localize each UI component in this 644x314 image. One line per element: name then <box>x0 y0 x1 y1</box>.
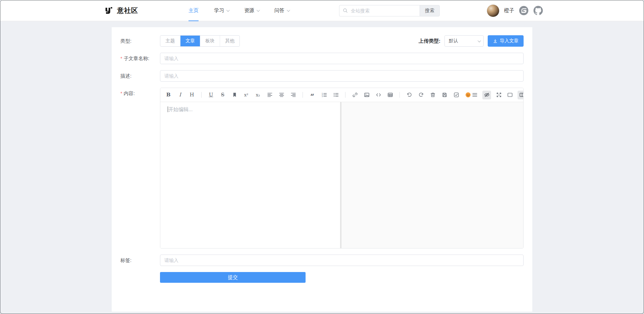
brand-name: 意社区 <box>117 6 138 15</box>
chevron-down-icon <box>287 8 290 12</box>
nav-item-label: 问答 <box>274 7 284 14</box>
chevron-down-icon <box>226 8 230 12</box>
upload-type-selected-value: 默认 <box>449 38 458 44</box>
top-navbar: 意社区 主页学习资源问答 搜索 橙子 <box>0 0 644 21</box>
tags-row: 标签: <box>120 255 524 266</box>
description-label: 描述: <box>120 70 160 82</box>
svg-text:3: 3 <box>322 95 323 97</box>
name-label: 子文章名称: <box>120 53 160 64</box>
code-block-icon[interactable] <box>375 92 382 98</box>
editor-input-pane[interactable]: 开始编辑... <box>160 102 341 248</box>
name-row: 子文章名称: <box>120 53 524 64</box>
search-input[interactable] <box>339 5 420 16</box>
submit-spacer <box>120 272 160 283</box>
subscript-icon[interactable]: x₂ <box>255 92 261 98</box>
italic-icon[interactable]: I <box>177 92 183 98</box>
type-option[interactable]: 文章 <box>180 36 200 46</box>
ordered-list-icon[interactable]: 123 <box>321 92 327 98</box>
avatar[interactable] <box>487 4 499 17</box>
tags-label: 标签: <box>120 255 160 266</box>
fullscreen-icon[interactable] <box>495 92 502 98</box>
toolbar-divider <box>201 92 202 98</box>
text-caret <box>168 106 168 112</box>
strikethrough-icon[interactable]: S <box>219 92 226 98</box>
type-option[interactable]: 其他 <box>220 36 239 46</box>
download-icon <box>493 39 498 44</box>
user-name: 橙子 <box>504 7 514 14</box>
search-button[interactable]: 搜索 <box>420 5 440 16</box>
markdown-editor: BIHUSx²x₂“123 ? 开始编辑... <box>160 88 524 249</box>
tags-input[interactable] <box>160 255 524 266</box>
link-icon[interactable] <box>352 92 358 98</box>
bookmark-icon[interactable] <box>231 92 238 98</box>
undo-icon[interactable] <box>406 92 413 98</box>
import-article-button[interactable]: 导入文章 <box>488 35 524 47</box>
submit-row: 提交 <box>120 272 524 283</box>
nav-item-2[interactable]: 资源 <box>244 0 259 21</box>
search-icon <box>342 8 348 13</box>
unordered-list-icon[interactable] <box>332 92 339 98</box>
toolbar-right-group: ? <box>471 91 524 99</box>
user-area: 橙子 <box>487 4 543 17</box>
table-icon[interactable] <box>387 92 393 98</box>
nav-menu: 主页学习资源问答 <box>189 0 289 21</box>
site-search: 搜索 <box>339 5 440 16</box>
editor-preview-pane[interactable] <box>341 102 523 248</box>
article-name-input[interactable] <box>160 53 524 64</box>
content-row: 内容: BIHUSx²x₂“123 ? 开始编辑... <box>120 88 524 249</box>
upload-group: 上传类型: 默认 导入文章 <box>419 35 524 47</box>
emoji-icon[interactable] <box>465 92 471 98</box>
type-option[interactable]: 主题 <box>160 36 180 46</box>
heading-icon[interactable]: H <box>189 92 195 98</box>
preview-toggle-icon[interactable] <box>482 91 491 99</box>
save-icon[interactable] <box>441 92 448 98</box>
nav-item-1[interactable]: 学习 <box>214 0 229 21</box>
type-radio-group: 主题文章板块其他 <box>160 35 240 47</box>
redo-icon[interactable] <box>418 92 424 98</box>
form-card: 类型: 主题文章板块其他 上传类型: 默认 导入文章 子文章名称: <box>112 27 532 312</box>
editor-body: 开始编辑... <box>160 102 523 248</box>
task-list-icon[interactable] <box>453 92 460 98</box>
nav-item-3[interactable]: 问答 <box>274 0 289 21</box>
description-row: 描述: <box>120 70 524 82</box>
editor-toolbar: BIHUSx²x₂“123 ? <box>160 88 523 102</box>
page: 意社区 主页学习资源问答 搜索 橙子 <box>0 0 644 314</box>
align-center-icon[interactable] <box>278 92 285 98</box>
preview-only-icon[interactable] <box>506 92 513 98</box>
submit-button[interactable]: 提交 <box>160 272 306 283</box>
type-option[interactable]: 板块 <box>200 36 220 46</box>
toolbar-divider <box>345 92 345 98</box>
split-view-icon[interactable] <box>518 91 524 99</box>
content-label: 内容: <box>120 88 160 249</box>
nav-item-label: 资源 <box>244 7 254 14</box>
type-label: 类型: <box>120 35 160 47</box>
bold-icon[interactable]: B <box>165 92 172 98</box>
quote-icon[interactable]: “ <box>309 92 316 98</box>
chevron-down-icon <box>257 8 260 12</box>
upload-type-select[interactable]: 默认 <box>444 35 484 47</box>
image-icon[interactable] <box>363 92 370 98</box>
delete-icon[interactable] <box>429 92 436 98</box>
upload-type-label: 上传类型: <box>419 38 440 44</box>
nav-item-label: 主页 <box>189 7 199 14</box>
type-row: 类型: 主题文章板块其他 上传类型: 默认 导入文章 <box>120 35 524 47</box>
superscript-icon[interactable]: x² <box>243 92 250 98</box>
github-icon[interactable] <box>533 6 543 15</box>
brand-logo-icon <box>104 6 113 15</box>
align-right-icon[interactable] <box>290 92 297 98</box>
toolbar-divider <box>303 92 303 98</box>
nav-item-0[interactable]: 主页 <box>189 0 199 21</box>
align-left-icon[interactable] <box>266 92 273 98</box>
nav-item-label: 学习 <box>214 7 224 14</box>
toolbar-divider <box>399 92 400 98</box>
gitee-icon[interactable] <box>519 6 529 15</box>
toolbar-left-group: BIHUSx²x₂“123 <box>165 92 471 98</box>
import-article-label: 导入文章 <box>500 38 519 44</box>
underline-icon[interactable]: U <box>208 92 214 98</box>
chevron-down-icon <box>478 39 481 42</box>
brand[interactable]: 意社区 <box>104 6 138 15</box>
editor-placeholder: 开始编辑... <box>168 106 193 112</box>
description-input[interactable] <box>160 70 524 82</box>
toc-icon[interactable] <box>471 92 478 98</box>
